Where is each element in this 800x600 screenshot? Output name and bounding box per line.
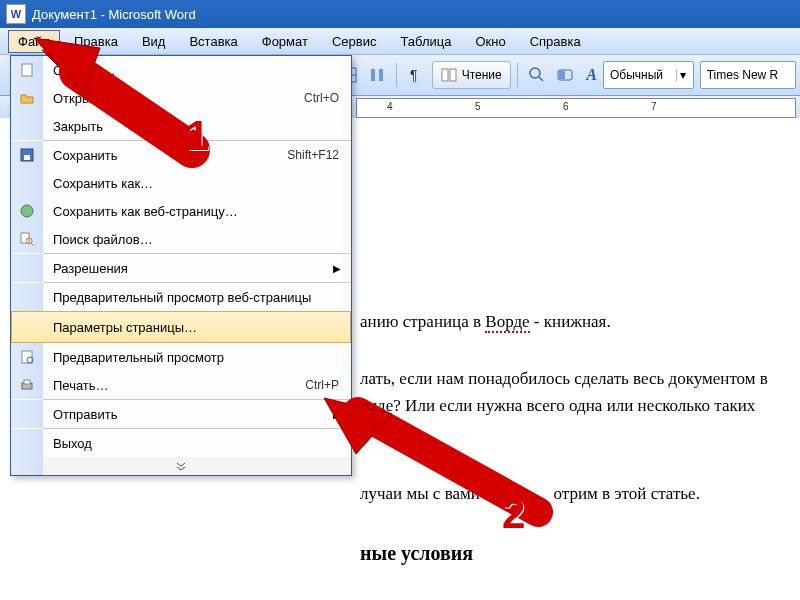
svg-rect-22	[24, 380, 30, 384]
menu-item-create[interactable]: Создать…	[11, 56, 351, 84]
menu-item-send[interactable]: Отправить ▶	[11, 400, 351, 428]
menu-item-page-setup[interactable]: Параметры страницы…	[11, 311, 351, 343]
svg-point-15	[21, 205, 33, 217]
menu-help[interactable]: Справка	[520, 30, 591, 53]
chevron-down-icon: ▾	[676, 69, 689, 81]
style-combo-value: Обычный	[610, 68, 663, 82]
svg-line-9	[539, 77, 543, 81]
menu-expand-chevron[interactable]	[11, 457, 351, 475]
toolbar-separator	[517, 63, 518, 87]
svg-rect-4	[379, 69, 383, 81]
ruler-tick: 6	[563, 101, 569, 112]
horizontal-ruler[interactable]: 4 5 6 7	[356, 98, 796, 118]
titlebar: W Документ1 - Microsoft Word	[0, 0, 800, 28]
menu-edit[interactable]: Правка	[64, 30, 128, 53]
zoom-icon[interactable]	[524, 61, 550, 89]
show-nonprinting-icon[interactable]: ¶	[403, 61, 429, 89]
chevron-down-icon	[175, 461, 187, 471]
style-format-icon[interactable]: A	[586, 66, 597, 84]
ruler-tick: 4	[387, 101, 393, 112]
document-text: лать, если нам понадобилось сделать весь…	[360, 365, 800, 392]
callout-number-2: 2	[502, 490, 525, 538]
search-files-icon	[19, 231, 35, 247]
menu-window[interactable]: Окно	[465, 30, 515, 53]
menu-format[interactable]: Формат	[252, 30, 318, 53]
svg-rect-7	[450, 69, 456, 81]
svg-text:¶: ¶	[410, 67, 418, 83]
svg-rect-6	[442, 69, 448, 81]
document-heading: ные условия	[360, 537, 800, 569]
svg-rect-14	[24, 155, 30, 160]
reading-layout-button[interactable]: Чтение	[432, 61, 511, 89]
menu-item-preview-web[interactable]: Предварительный просмотр веб-страницы	[11, 283, 351, 311]
svg-line-18	[31, 243, 34, 246]
menubar: Файл Правка Вид Вставка Формат Сервис Та…	[0, 28, 800, 55]
menu-item-save-as[interactable]: Сохранить как…	[11, 169, 351, 197]
submenu-arrow-icon: ▶	[333, 409, 351, 420]
document-text: виде? Или если нужна всего одна или неск…	[360, 392, 800, 419]
menu-item-save[interactable]: Сохранить Shift+F12	[11, 141, 351, 169]
menu-item-preview[interactable]: Предварительный просмотр	[11, 343, 351, 371]
svg-rect-11	[559, 71, 565, 79]
menu-item-exit[interactable]: Выход	[11, 429, 351, 457]
save-icon	[19, 147, 35, 163]
toolbar-separator	[396, 63, 397, 87]
menu-item-search-files[interactable]: Поиск файлов…	[11, 225, 351, 253]
menu-item-close[interactable]: Закрыть	[11, 112, 351, 140]
ruler-tick: 7	[651, 101, 657, 112]
svg-rect-12	[22, 64, 32, 76]
style-combo[interactable]: Обычный ▾	[603, 61, 694, 89]
document-text: анию страница в Ворде - книжная.	[360, 308, 800, 335]
toggle-icon[interactable]	[552, 61, 578, 89]
menu-view[interactable]: Вид	[132, 30, 176, 53]
print-icon	[19, 377, 35, 393]
submenu-arrow-icon: ▶	[333, 263, 351, 274]
ruler-tick: 5	[475, 101, 481, 112]
menu-file[interactable]: Файл	[8, 30, 60, 53]
preview-icon	[19, 349, 35, 365]
font-combo[interactable]: Times New R	[700, 61, 796, 89]
document-text: лучаи мы с вами и раотрим в этой статье.	[360, 480, 800, 507]
file-menu-dropdown: Создать… Открыть… Ctrl+O Закрыть Сохрани…	[10, 55, 352, 476]
columns-icon[interactable]	[364, 61, 390, 89]
folder-open-icon	[19, 90, 35, 106]
menu-table[interactable]: Таблица	[390, 30, 461, 53]
menu-item-save-web[interactable]: Сохранить как веб-страницу…	[11, 197, 351, 225]
svg-rect-3	[371, 69, 375, 81]
menu-item-permissions[interactable]: Разрешения ▶	[11, 254, 351, 282]
svg-point-8	[530, 68, 540, 78]
menu-item-open[interactable]: Открыть… Ctrl+O	[11, 84, 351, 112]
menu-service[interactable]: Сервис	[322, 30, 387, 53]
save-web-icon	[19, 203, 35, 219]
window-title: Документ1 - Microsoft Word	[32, 7, 196, 22]
font-combo-value: Times New R	[707, 68, 779, 82]
reading-label: Чтение	[462, 68, 502, 82]
callout-number-1: 1	[186, 112, 209, 160]
new-doc-icon	[19, 62, 35, 78]
menu-insert[interactable]: Вставка	[179, 30, 247, 53]
menu-item-print[interactable]: Печать… Ctrl+P	[11, 371, 351, 399]
word-app-icon: W	[6, 4, 26, 24]
